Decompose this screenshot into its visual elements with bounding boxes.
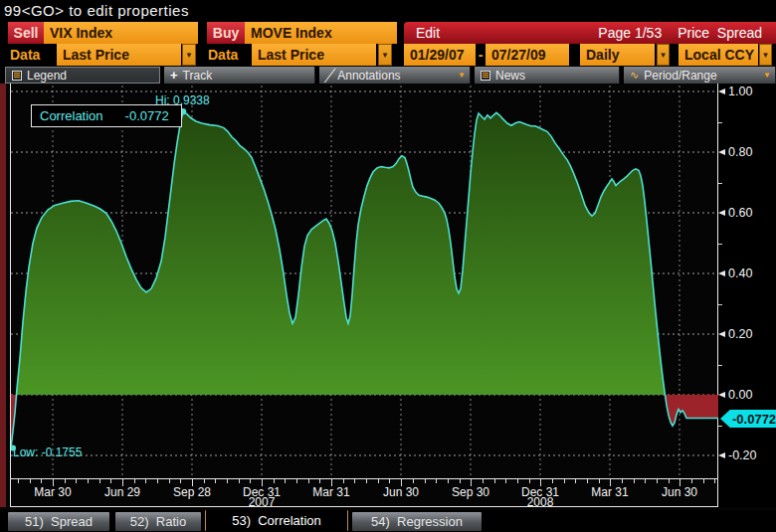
date-to-field[interactable]: 07/27/09 xyxy=(485,44,569,66)
x-minor-tick xyxy=(691,479,692,483)
y-tick-label: 0.80 xyxy=(728,145,752,159)
tab-spread[interactable]: 51) Spread xyxy=(8,512,109,531)
currency-value: Local CCY xyxy=(684,47,754,63)
y-tick-label: 0.20 xyxy=(728,327,752,341)
sell-security-field[interactable]: VIX Index xyxy=(44,22,198,44)
sell-button[interactable]: Sell xyxy=(8,22,44,44)
data-source-value-1: Last Price xyxy=(63,47,129,63)
plot-frame: Correlation -0.0772 Hi: 0.9338 Low: -0.1… xyxy=(10,84,718,507)
currency-select[interactable]: Local CCY xyxy=(679,44,758,66)
x-minor-tick xyxy=(483,479,484,483)
x-minor-tick xyxy=(30,479,31,483)
x-minor-tick xyxy=(389,479,390,483)
buy-label: Buy xyxy=(213,25,239,41)
x-minor-tick xyxy=(319,479,320,483)
x-minor-tick xyxy=(169,479,170,483)
x-minor-tick xyxy=(180,479,181,483)
low-value-label: Low: -0.1755 xyxy=(13,445,82,459)
x-minor-tick xyxy=(505,479,506,483)
y-tick-label: 0.60 xyxy=(728,206,752,220)
tab-regression[interactable]: 54) Regression xyxy=(352,512,482,531)
news-button[interactable]: News xyxy=(475,67,620,84)
sell-label: Sell xyxy=(14,25,39,41)
data-source-value-2: Last Price xyxy=(258,47,324,63)
page-indicator[interactable]: Page 1/53 xyxy=(598,25,662,41)
data-source-dropdown-1[interactable]: ▼ xyxy=(182,44,196,66)
y-tick-arrow xyxy=(718,89,725,94)
x-minor-tick xyxy=(587,479,588,483)
buy-security-value: MOVE Index xyxy=(251,25,332,41)
x-minor-tick xyxy=(529,479,530,483)
x-minor-tick xyxy=(669,479,670,483)
currency-dropdown[interactable]: ▼ xyxy=(759,44,772,66)
field-row: Data Last Price ▼ Data Last Price ▼ 01/2… xyxy=(0,44,776,66)
y-minor-tick xyxy=(718,122,722,123)
period-range-button[interactable]: ∿ Period/Range ▼ xyxy=(624,67,776,84)
edit-button[interactable]: Edit xyxy=(416,25,440,41)
tab-correlation[interactable]: 53) Correlation xyxy=(205,510,348,531)
y-axis: -0.0772 1.000.800.600.400.200.00-0.20 xyxy=(718,84,776,507)
x-tick-label: Mar 31 xyxy=(591,485,628,499)
chevron-down-icon: ▼ xyxy=(763,71,771,80)
buy-button[interactable]: Buy xyxy=(207,22,245,44)
data-source-select-1[interactable]: Last Price xyxy=(57,44,181,66)
x-minor-tick xyxy=(296,479,297,483)
legend-button[interactable]: Legend xyxy=(5,67,160,84)
period-range-icon: ∿ xyxy=(630,69,639,82)
x-minor-tick xyxy=(599,479,600,483)
y-tick-arrow xyxy=(718,452,725,458)
date-from-field[interactable]: 01/29/07 xyxy=(404,44,476,66)
x-minor-tick xyxy=(343,479,344,483)
command-hint-bar: 99<GO> to edit properties xyxy=(0,0,776,22)
x-minor-tick xyxy=(41,479,42,483)
x-minor-tick xyxy=(378,479,379,483)
x-minor-tick xyxy=(366,479,367,483)
annotation-pencil-icon: ╱ xyxy=(325,69,332,83)
tab-ratio[interactable]: 52) Ratio xyxy=(115,512,201,531)
frequency-value: Daily xyxy=(586,47,619,63)
x-minor-tick xyxy=(88,479,89,483)
chart-toolbar: Legend + Track ╱ Annotations ▼ News ∿ Pe… xyxy=(0,66,776,84)
track-button[interactable]: + Track xyxy=(164,67,315,84)
y-tick-label: 0.40 xyxy=(728,266,752,280)
x-minor-tick xyxy=(76,479,77,483)
chevron-down-icon: ▼ xyxy=(381,51,389,60)
x-tick-label: Sep 28 xyxy=(173,485,211,499)
chart-area: Correlation -0.0772 Hi: 0.9338 Low: -0.1… xyxy=(0,84,776,510)
data-source-dropdown-2[interactable]: ▼ xyxy=(378,44,392,66)
x-minor-tick xyxy=(308,479,309,483)
x-minor-tick xyxy=(215,479,216,483)
edit-bar: Edit Page 1/53 Price Spread xyxy=(404,22,776,44)
x-minor-tick xyxy=(274,479,275,483)
buy-security-field[interactable]: MOVE Index xyxy=(245,22,397,44)
x-minor-tick xyxy=(517,479,518,483)
frequency-dropdown[interactable]: ▼ xyxy=(657,44,670,66)
x-minor-tick xyxy=(227,479,228,483)
chevron-down-icon: ▼ xyxy=(660,51,668,60)
x-minor-tick xyxy=(110,479,111,483)
x-tick-label: Jun 30 xyxy=(662,485,697,499)
bottom-tab-bar: 51) Spread52) Ratio53) Correlation54) Re… xyxy=(0,510,776,532)
chart-legend-box[interactable]: Correlation -0.0772 xyxy=(31,104,182,127)
correlation-area-chart[interactable] xyxy=(11,84,719,478)
date-to-value: 07/27/09 xyxy=(491,47,546,63)
y-tick-arrow xyxy=(718,149,725,155)
date-from-value: 01/29/07 xyxy=(410,47,465,63)
x-minor-tick xyxy=(436,479,437,483)
x-minor-tick xyxy=(65,479,66,483)
annotations-button-label: Annotations xyxy=(337,69,400,83)
chevron-down-icon: ▼ xyxy=(185,51,193,60)
annotations-button[interactable]: ╱ Annotations ▼ xyxy=(319,67,471,84)
data-source-select-2[interactable]: Last Price xyxy=(252,44,376,66)
x-tick-label: Jun 29 xyxy=(104,485,140,499)
legend-button-label: Legend xyxy=(27,69,67,83)
y-minor-tick xyxy=(718,244,722,245)
x-minor-tick xyxy=(425,479,426,483)
y-tick-label: -0.20 xyxy=(728,448,757,462)
x-minor-tick xyxy=(134,479,135,483)
y-tick-arrow xyxy=(718,331,725,337)
x-minor-tick xyxy=(413,479,414,483)
frequency-select[interactable]: Daily xyxy=(580,44,655,66)
x-minor-tick xyxy=(657,479,658,483)
y-minor-tick xyxy=(718,304,722,305)
